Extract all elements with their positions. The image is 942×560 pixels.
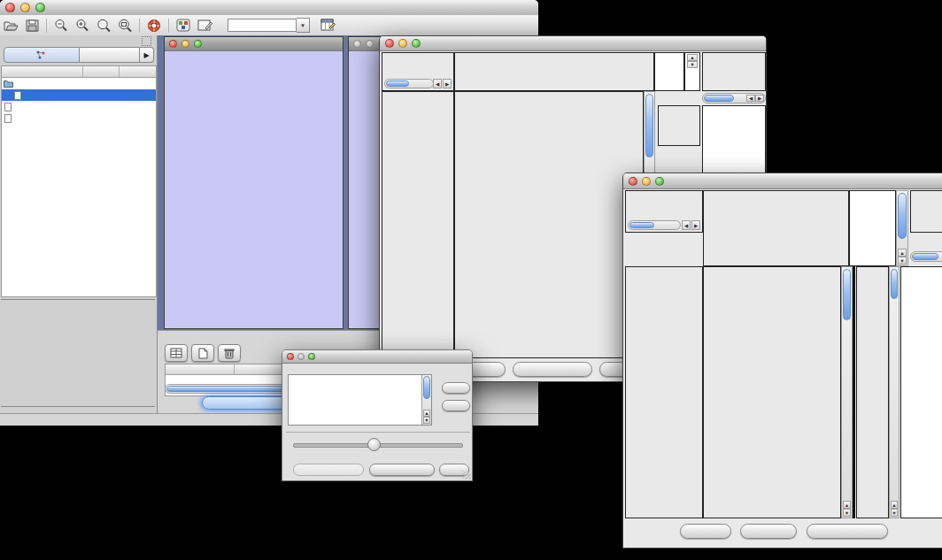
- treeview2-titlebar[interactable]: [623, 173, 942, 189]
- table-mode-icon[interactable]: [165, 344, 188, 362]
- save-icon[interactable]: [21, 17, 42, 34]
- view-status-hscrollbar[interactable]: [384, 79, 434, 88]
- zoom-button[interactable]: [308, 353, 315, 360]
- scroll-down-icon[interactable]: ▼: [891, 509, 898, 517]
- label-scroll-strip: ▲ ▼: [684, 52, 700, 91]
- similarity-matrix[interactable]: [658, 105, 700, 146]
- zoom-button[interactable]: [412, 39, 421, 48]
- scroll-up-icon[interactable]: ▲: [891, 501, 898, 509]
- settings-button[interactable]: [680, 524, 731, 539]
- panel-divider[interactable]: [853, 266, 855, 518]
- plugin-nodes-icon[interactable]: [173, 17, 194, 34]
- scroll-up-icon[interactable]: ▲: [423, 410, 430, 417]
- minimize-button[interactable]: [181, 40, 189, 48]
- tab-overflow-icon[interactable]: ▶: [140, 47, 154, 63]
- search-dropdown-icon[interactable]: ▼: [297, 18, 310, 33]
- zoom-button[interactable]: [35, 3, 45, 12]
- treeview2-window: ◀ ▶ ▲ ▼ ▲ ▼ ▲ ▼: [622, 173, 942, 548]
- close-button[interactable]: [353, 40, 361, 48]
- float-panel-icon[interactable]: [142, 36, 151, 46]
- close-button[interactable]: [629, 177, 637, 186]
- scroll-down-icon[interactable]: ▼: [423, 417, 430, 424]
- scroll-up-icon[interactable]: ▲: [687, 54, 698, 61]
- close-button[interactable]: [169, 40, 177, 48]
- attribute-list-vscrollbar[interactable]: ▲ ▼: [421, 375, 431, 425]
- global-heatmap[interactable]: [703, 266, 841, 518]
- zoom-out-icon[interactable]: [50, 17, 72, 34]
- network-row-selected[interactable]: [2, 89, 156, 101]
- tab-network[interactable]: [4, 47, 80, 63]
- scroll-left-icon[interactable]: ◀: [746, 95, 755, 102]
- col-header-network[interactable]: [2, 66, 83, 78]
- move-up-button[interactable]: [442, 382, 470, 394]
- save-data-button[interactable]: [740, 524, 797, 539]
- usage-hints-hscrollbar[interactable]: [910, 251, 942, 262]
- network-row[interactable]: [2, 101, 156, 112]
- birdseye-view[interactable]: [1, 299, 155, 407]
- resize-grip[interactable]: [462, 471, 471, 479]
- scroll-down-icon[interactable]: ▼: [898, 257, 907, 265]
- zoom-in-icon[interactable]: [72, 17, 93, 34]
- treeview1-titlebar[interactable]: [380, 36, 766, 51]
- scroll-left-icon[interactable]: ◀: [433, 79, 442, 88]
- network-row[interactable]: [2, 78, 156, 89]
- close-button[interactable]: [385, 39, 394, 48]
- export-graphics-button[interactable]: [513, 362, 592, 377]
- row-dendrogram[interactable]: [625, 266, 703, 518]
- zoom-heatmap[interactable]: [856, 266, 889, 518]
- move-down-button[interactable]: [442, 400, 470, 411]
- heatmap-vscrollbar[interactable]: ▲ ▼: [841, 266, 853, 518]
- minimize-button[interactable]: [398, 39, 407, 48]
- scroll-right-icon[interactable]: ▶: [443, 79, 452, 88]
- network-window-1-titlebar[interactable]: [165, 37, 343, 51]
- column-dendrogram[interactable]: [703, 190, 849, 266]
- close-button[interactable]: [5, 3, 15, 12]
- scroll-right-icon[interactable]: ▶: [755, 95, 764, 102]
- minimize-button[interactable]: [642, 177, 651, 186]
- col-header-nodes[interactable]: [83, 66, 120, 78]
- attribute-listbox[interactable]: ▲ ▼: [288, 374, 432, 426]
- network-tab-icon: [36, 50, 45, 59]
- search-input[interactable]: [228, 19, 297, 32]
- zoom-vscrollbar[interactable]: ▲ ▼: [889, 266, 900, 518]
- delete-attribute-trash-icon[interactable]: [218, 344, 241, 362]
- view-status-hscrollbar[interactable]: [628, 220, 681, 230]
- minimize-button[interactable]: [366, 40, 374, 48]
- annotation-icon[interactable]: [194, 17, 215, 34]
- scroll-right-icon[interactable]: ▶: [691, 220, 700, 230]
- close-button[interactable]: [287, 353, 294, 360]
- tab-vizmapper[interactable]: [80, 47, 140, 63]
- treeview1-usage-hints: [702, 52, 766, 91]
- scroll-left-icon[interactable]: ◀: [682, 220, 691, 230]
- attribute-browser-icon[interactable]: [317, 17, 338, 34]
- zoom-button[interactable]: [194, 40, 202, 48]
- help-lifesaver-icon[interactable]: [143, 17, 165, 34]
- column-labels-vscrollbar[interactable]: ▲ ▼: [896, 190, 908, 266]
- column-dendrogram[interactable]: [454, 52, 654, 91]
- speed-slider-thumb[interactable]: [367, 438, 381, 451]
- zoom-selected-icon[interactable]: [93, 17, 114, 34]
- global-heatmap[interactable]: [454, 91, 644, 358]
- scroll-down-icon[interactable]: ▼: [843, 509, 851, 517]
- minimize-button[interactable]: [20, 3, 30, 12]
- create-vizmap-button[interactable]: [369, 464, 435, 476]
- zoom-fit-icon[interactable]: [114, 17, 135, 34]
- network-row[interactable]: [2, 112, 156, 124]
- row-dendrogram[interactable]: [382, 91, 454, 358]
- network-canvas[interactable]: [165, 50, 343, 328]
- dialog-titlebar[interactable]: [282, 350, 472, 364]
- col-header-edges[interactable]: [120, 66, 156, 78]
- usage-hints-hscrollbar[interactable]: ◀ ▶: [702, 93, 766, 104]
- zoom-button[interactable]: [655, 177, 664, 186]
- scroll-up-icon[interactable]: ▲: [843, 501, 851, 509]
- map-colors-dialog: ▲ ▼: [282, 349, 473, 481]
- new-attribute-icon[interactable]: [191, 344, 214, 362]
- col-header-id[interactable]: [166, 364, 235, 375]
- export-graphics-button[interactable]: [807, 524, 888, 539]
- cytoscape-titlebar[interactable]: [0, 0, 538, 16]
- animate-vizmap-button[interactable]: [293, 464, 364, 476]
- scroll-down-icon[interactable]: ▼: [687, 61, 698, 68]
- open-file-icon[interactable]: [0, 17, 21, 34]
- minimize-button[interactable]: [297, 353, 305, 360]
- scroll-up-icon[interactable]: ▲: [898, 249, 907, 257]
